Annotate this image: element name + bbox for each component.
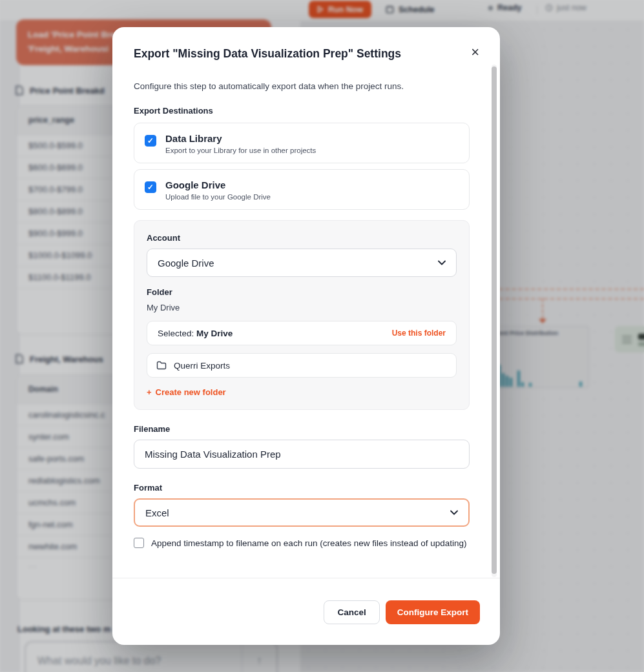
folder-path: My Drive <box>147 303 457 312</box>
selected-folder-name: My Drive <box>196 329 233 338</box>
destination-name: Data Library <box>165 133 316 144</box>
chevron-down-icon <box>438 260 446 265</box>
destination-card-data-library[interactable]: ✓ Data Library Export to your Library fo… <box>134 123 470 163</box>
google-drive-checkbox[interactable]: ✓ <box>145 181 156 193</box>
account-select-value: Google Drive <box>158 258 214 269</box>
format-select-value: Excel <box>145 507 169 518</box>
export-settings-modal: Export "Missing Data Visualization Prep"… <box>112 27 500 645</box>
timestamp-checkbox[interactable] <box>134 538 144 548</box>
destination-description: Export to your Library for use in other … <box>165 147 316 154</box>
chevron-down-icon <box>450 510 458 515</box>
destination-name: Google Drive <box>165 179 271 190</box>
plus-icon: + <box>147 387 152 397</box>
format-select[interactable]: Excel <box>134 498 470 527</box>
modal-scrollbar[interactable] <box>492 65 497 577</box>
selected-prefix: Selected: <box>158 329 194 338</box>
cancel-button[interactable]: Cancel <box>324 600 379 624</box>
check-icon: ✓ <box>147 136 154 145</box>
filename-label: Filename <box>134 424 470 434</box>
use-this-folder-link[interactable]: Use this folder <box>392 329 446 338</box>
destinations-label: Export Destinations <box>134 106 470 116</box>
modal-footer: Cancel Configure Export <box>112 578 500 645</box>
folder-item-name: Querri Exports <box>174 361 230 371</box>
modal-body: Configure this step to automatically exp… <box>112 61 500 578</box>
folder-icon <box>156 361 167 370</box>
scrollbar-thumb[interactable] <box>492 66 497 574</box>
destination-description: Upload file to your Google Drive <box>165 193 271 201</box>
timestamp-label: Append timestamp to filename on each run… <box>151 538 467 548</box>
selected-folder-row: Selected: My Drive Use this folder <box>147 321 457 345</box>
create-new-folder-label: Create new folder <box>156 387 226 397</box>
destination-card-google-drive[interactable]: ✓ Google Drive Upload file to your Googl… <box>134 169 470 210</box>
filename-input[interactable] <box>134 440 470 469</box>
modal-title: Export "Missing Data Visualization Prep"… <box>134 47 470 61</box>
close-icon[interactable]: × <box>470 46 481 59</box>
folder-label: Folder <box>147 287 457 297</box>
create-new-folder-link[interactable]: + Create new folder <box>147 387 226 397</box>
data-library-checkbox[interactable]: ✓ <box>145 135 156 147</box>
check-icon: ✓ <box>147 183 154 192</box>
modal-header: Export "Missing Data Visualization Prep"… <box>112 27 500 61</box>
modal-description: Configure this step to automatically exp… <box>134 81 470 91</box>
timestamp-option-row: Append timestamp to filename on each run… <box>134 538 470 548</box>
account-label: Account <box>147 233 457 243</box>
google-drive-settings-panel: Account Google Drive Folder My Drive Sel… <box>134 220 470 410</box>
format-label: Format <box>134 483 470 493</box>
account-select[interactable]: Google Drive <box>147 249 457 277</box>
folder-item-querri-exports[interactable]: Querri Exports <box>147 353 457 378</box>
configure-export-button[interactable]: Configure Export <box>386 600 480 624</box>
